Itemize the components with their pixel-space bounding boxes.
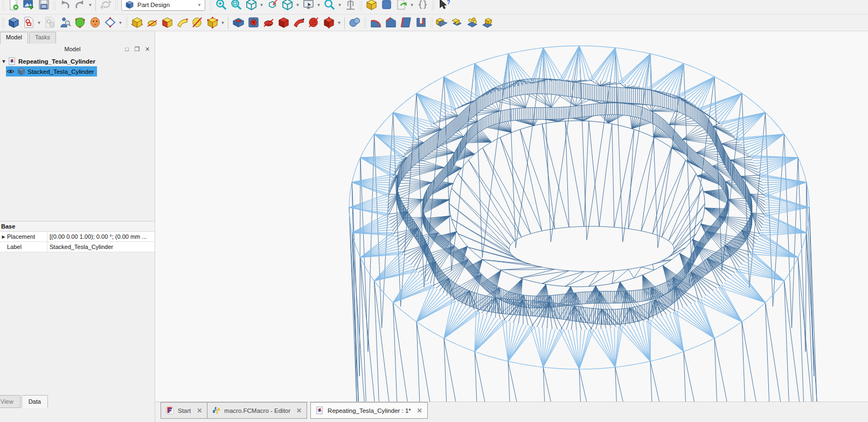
wireframe-model[interactable]: [155, 31, 868, 402]
mdi-tab-start[interactable]: Start✕: [161, 402, 207, 419]
mdi-tab-macro-fcmacro[interactable]: macro.FCMacro - Editor✕: [207, 402, 307, 419]
hole-button[interactable]: [246, 16, 261, 31]
shape-binder-button[interactable]: [87, 16, 102, 31]
create-datum-button[interactable]: [102, 16, 117, 31]
toolbar-grip[interactable]: [209, 0, 212, 11]
toolbar-grip[interactable]: [2, 0, 4, 11]
check-geometry-button[interactable]: [72, 16, 87, 31]
transform-polar-button[interactable]: [464, 16, 480, 31]
close-icon[interactable]: ✕: [195, 407, 202, 414]
transform-multi-button[interactable]: [480, 16, 495, 31]
property-value[interactable]: [(0.00 0.00 1.00); 0.00 °; (0.00 mm ...: [47, 232, 155, 241]
fit-all-button[interactable]: [213, 0, 228, 12]
standard-views-button[interactable]: [244, 0, 259, 12]
float-icon[interactable]: ❐: [134, 46, 141, 53]
set-color-button[interactable]: [379, 0, 394, 12]
pad-button[interactable]: [129, 16, 144, 31]
measure-button[interactable]: [343, 0, 358, 12]
draw-style-button[interactable]: [280, 0, 295, 12]
additive-loft-icon: [161, 16, 173, 30]
transform-mirrored-button[interactable]: [434, 16, 449, 31]
subtractive-loft-button[interactable]: [276, 16, 291, 31]
fillet-button[interactable]: [368, 16, 383, 31]
toolbar-grip[interactable]: [2, 17, 4, 29]
tab-data[interactable]: Data: [22, 395, 48, 408]
redo-button[interactable]: [72, 0, 87, 12]
selection-view-button[interactable]: [301, 0, 316, 12]
toolbar-grip[interactable]: [115, 0, 117, 11]
chamfer-button[interactable]: [383, 16, 398, 31]
save-document-button[interactable]: [36, 0, 51, 12]
toolbar-grip[interactable]: [430, 17, 433, 29]
fit-selection-button[interactable]: [228, 0, 244, 12]
toolbar-grip[interactable]: [53, 0, 55, 11]
chevron-right-icon[interactable]: ▶: [0, 232, 7, 241]
subtractive-primitive-dropdown[interactable]: ▼: [336, 16, 342, 31]
property-row-label[interactable]: Label Stacked_Tesla_Cylinder: [0, 242, 155, 252]
create-sketch-button[interactable]: [21, 16, 36, 31]
make-link-button[interactable]: [394, 0, 409, 12]
tree-row-document[interactable]: ▼ Repeating_Tesla_Cylinder: [0, 56, 155, 66]
edit-sketch-button[interactable]: [42, 16, 57, 31]
standard-views-dropdown[interactable]: ▼: [259, 0, 265, 12]
make-link-dropdown[interactable]: ▼: [409, 0, 415, 12]
chamfer-icon: [385, 16, 397, 30]
additive-pipe-icon: [176, 16, 189, 30]
additive-helix-button[interactable]: [190, 16, 205, 31]
toolbar-grip[interactable]: [432, 0, 434, 11]
workbench-selector[interactable]: Part Design▼: [121, 0, 205, 11]
subtractive-helix-button[interactable]: [306, 16, 321, 31]
create-body-button[interactable]: [6, 16, 21, 31]
dock-icon[interactable]: □: [123, 46, 130, 53]
whats-this-button[interactable]: ?: [436, 0, 451, 12]
subtractive-primitive-icon: [323, 16, 335, 30]
align-view-button[interactable]: [265, 0, 280, 12]
validate-sketch-button[interactable]: [57, 16, 72, 31]
additive-primitive-dropdown[interactable]: ▼: [220, 16, 226, 31]
close-icon[interactable]: ✕: [294, 407, 302, 414]
create-datum-dropdown[interactable]: ▼: [117, 16, 123, 31]
mdi-tab-repeating-tesla-cylinder[interactable]: Repeating_Tesla_Cylinder : 1*✕: [310, 402, 428, 419]
property-row-placement[interactable]: ▶ Placement [(0.00 0.00 1.00); 0.00 °; (…: [0, 232, 155, 242]
refresh-button[interactable]: [98, 0, 113, 12]
property-editor: Base ▶ Placement [(0.00 0.00 1.00); 0.00…: [0, 221, 155, 252]
toolbar-grip[interactable]: [364, 17, 366, 29]
undo-button[interactable]: [57, 0, 72, 12]
property-value[interactable]: Stacked_Tesla_Cylinder: [47, 242, 155, 252]
expand-icon[interactable]: ▼: [0, 59, 8, 64]
appearance-button[interactable]: [364, 0, 379, 12]
subtractive-primitive-button[interactable]: [321, 16, 336, 31]
transform-linear-button[interactable]: [449, 16, 464, 31]
toolbar-grip[interactable]: [125, 17, 128, 29]
tab-model[interactable]: Model: [0, 32, 28, 44]
additive-primitive-button[interactable]: [205, 16, 220, 31]
boolean-operation-button[interactable]: [347, 16, 362, 31]
draft-button[interactable]: [398, 16, 413, 31]
draw-style-dropdown[interactable]: ▼: [295, 0, 301, 12]
tree-selection-highlight[interactable]: Stacked_Tesla_Cylinder: [6, 66, 97, 77]
tree-row-feature[interactable]: Stacked_Tesla_Cylinder: [0, 66, 155, 77]
selection-view-dropdown[interactable]: ▼: [316, 0, 322, 12]
tab-tasks[interactable]: Tasks: [29, 32, 56, 44]
close-icon[interactable]: ✕: [415, 407, 422, 414]
revolution-button[interactable]: [144, 16, 159, 31]
3d-viewport[interactable]: [155, 31, 868, 402]
toolbar-grip[interactable]: [359, 0, 362, 11]
visibility-eye-icon[interactable]: [6, 67, 15, 76]
zoom-tools-dropdown[interactable]: ▼: [337, 0, 343, 12]
pocket-button[interactable]: [231, 16, 246, 31]
groove-button[interactable]: [261, 16, 276, 31]
redo-dropdown[interactable]: ▼: [87, 0, 93, 12]
additive-loft-button[interactable]: [159, 16, 175, 31]
create-sketch-dropdown[interactable]: ▼: [36, 16, 42, 31]
tab-view[interactable]: View: [0, 395, 20, 408]
zoom-tools-button[interactable]: [322, 0, 337, 12]
pocket-icon: [232, 16, 245, 30]
additive-pipe-button[interactable]: [175, 16, 190, 31]
thickness-button[interactable]: [413, 16, 428, 31]
open-document-button[interactable]: [21, 0, 36, 12]
close-icon[interactable]: ✕: [144, 46, 151, 53]
subtractive-pipe-button[interactable]: [291, 16, 306, 31]
expression-editor-button[interactable]: {}: [415, 0, 430, 12]
new-document-button[interactable]: [6, 0, 21, 12]
